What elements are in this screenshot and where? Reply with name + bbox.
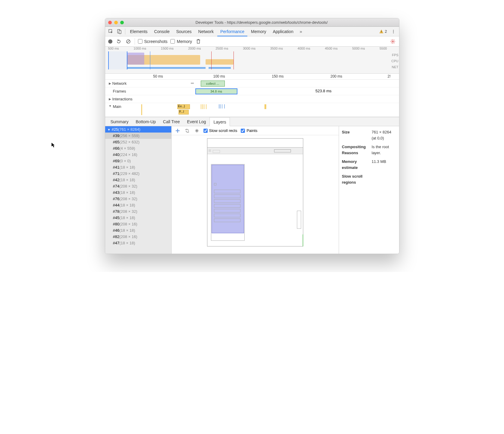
tab-elements[interactable]: Elements	[127, 27, 151, 36]
memory-checkbox[interactable]: Memory	[170, 39, 192, 44]
layer-canvas[interactable]	[172, 135, 339, 254]
window-title: Developer Tools - https://developers.goo…	[127, 20, 396, 25]
layer-item[interactable]: #43(18 × 18)	[105, 189, 171, 196]
overview-tick: 4000 ms	[298, 47, 310, 51]
subtab-bottom-up[interactable]: Bottom-Up	[132, 117, 159, 126]
settings-gear-icon[interactable]	[389, 38, 396, 45]
tab-application[interactable]: Application	[270, 27, 297, 36]
overview-timeline[interactable]: 500 ms1000 ms1500 ms2000 ms2500 ms3000 m…	[105, 47, 399, 74]
overview-tick: 2000 ms	[188, 47, 201, 51]
overview-row-label: NET	[391, 64, 398, 70]
interactions-label: Interactions	[112, 97, 133, 101]
layer-item[interactable]: #39(256 × 559)	[105, 133, 171, 139]
reload-button[interactable]	[115, 38, 122, 45]
overview-tick: 2500 ms	[215, 47, 228, 51]
layer-toolbar: Slow scroll rects Paints	[172, 126, 339, 135]
tab-console[interactable]: Console	[151, 27, 173, 36]
slow-scroll-rects-checkbox[interactable]: Slow scroll rects	[203, 128, 237, 133]
layer-item[interactable]: #66(4 × 559)	[105, 145, 171, 151]
inspect-element-icon[interactable]	[107, 28, 115, 35]
overview-row-label: FPS	[391, 52, 398, 58]
zoom-window-button[interactable]	[120, 21, 124, 24]
overview-tick: 5000 ms	[352, 47, 365, 51]
subtab-summary[interactable]: Summary	[107, 117, 132, 126]
frame-bar-selected[interactable]: 34.8 ms	[195, 88, 237, 94]
warning-badge[interactable]: 2	[379, 29, 387, 34]
detail-size-key: Size	[342, 129, 371, 141]
main-label: Main	[113, 104, 121, 109]
frames-track[interactable]: Frames 34.8 ms 523.8 ms	[105, 87, 399, 95]
overview-tick: 3500 ms	[270, 47, 283, 51]
network-track[interactable]: ▶Network collect ...	[105, 80, 399, 87]
layer-item[interactable]: #78(208 × 32)	[105, 208, 171, 215]
subtab-event-log[interactable]: Event Log	[183, 117, 209, 126]
flame-event[interactable]: Ev...)	[177, 104, 190, 109]
svg-point-5	[393, 30, 393, 30]
kebab-menu-icon[interactable]	[389, 28, 397, 35]
screenshots-label: Screenshots	[144, 39, 168, 44]
subtab-layers[interactable]: Layers	[209, 117, 230, 126]
minimize-window-button[interactable]	[114, 21, 118, 24]
layer-item[interactable]: #80(208 × 16)	[105, 221, 171, 227]
layer-item[interactable]: #47(18 × 18)	[105, 240, 171, 246]
tab-memory[interactable]: Memory	[248, 27, 269, 36]
svg-point-10	[392, 41, 393, 42]
layer-item[interactable]: #74(208 × 32)	[105, 183, 171, 189]
svg-line-17	[391, 42, 392, 43]
layer-item[interactable]: #42(18 × 18)	[105, 177, 171, 183]
record-button[interactable]	[108, 39, 112, 44]
svg-point-7	[393, 32, 393, 33]
flame-function[interactable]: F...l	[179, 110, 189, 115]
tabbar-divider	[125, 29, 125, 35]
ruler-tick: 150 ms	[272, 74, 284, 78]
screenshots-checkbox[interactable]: Screenshots	[138, 39, 168, 44]
layer-item[interactable]: #44(18 × 18)	[105, 202, 171, 208]
frames-label: Frames	[113, 89, 126, 93]
svg-line-18	[394, 40, 394, 40]
close-window-button[interactable]	[108, 21, 112, 24]
paints-checkbox[interactable]: Paints	[241, 128, 257, 133]
network-bar[interactable]: collect ...	[201, 81, 225, 87]
more-tabs-chevron-icon[interactable]: »	[297, 28, 305, 35]
ruler-tick: 200 ms	[331, 74, 342, 78]
toolbar-divider	[135, 38, 135, 45]
layer-item[interactable]: #69(0 × 0)	[105, 158, 171, 164]
rotate-icon[interactable]	[184, 128, 190, 134]
interactions-track[interactable]: ▶Interactions	[105, 95, 399, 103]
layer-item[interactable]: ▼#25(761 × 8264)	[105, 126, 171, 133]
detail-timeline: 50 ms100 ms150 ms200 ms2! ▶Network colle…	[105, 74, 399, 117]
subtab-call-tree[interactable]: Call Tree	[159, 117, 183, 126]
layer-item[interactable]: #76(208 × 32)	[105, 196, 171, 202]
layer-item[interactable]: #65(252 × 632)	[105, 139, 171, 145]
frame-duration-text: 523.8 ms	[316, 89, 331, 93]
timeline-ruler[interactable]: 50 ms100 ms150 ms200 ms2!	[105, 74, 399, 80]
tab-sources[interactable]: Sources	[173, 27, 194, 36]
detail-subtabs: SummaryBottom-UpCall TreeEvent LogLayers	[105, 117, 399, 126]
ruler-tick: 100 ms	[213, 74, 225, 78]
reset-view-icon[interactable]	[194, 128, 200, 134]
layer-item[interactable]: #71(229 × 482)	[105, 170, 171, 177]
device-mode-icon[interactable]	[115, 28, 123, 35]
pan-icon[interactable]	[175, 128, 181, 134]
layer-item[interactable]: #45(18 × 18)	[105, 215, 171, 221]
layer-item[interactable]: #41(18 × 18)	[105, 164, 171, 170]
layer-viewport: Slow scroll rects Paints	[171, 126, 339, 254]
overview-tick: 3000 ms	[243, 47, 255, 51]
layer-item[interactable]: #82(208 × 16)	[105, 234, 171, 240]
layer-list: ▼#25(761 × 8264)#39(256 × 559)#65(252 × …	[105, 126, 171, 254]
layer-item[interactable]: #40(224 × 16)	[105, 151, 171, 158]
clear-button[interactable]	[125, 38, 132, 45]
devtools-window: Developer Tools - https://developers.goo…	[105, 18, 399, 254]
trash-icon[interactable]	[195, 38, 202, 45]
detail-slowscroll-key: Slow scroll regions	[342, 173, 371, 185]
tab-performance[interactable]: Performance	[217, 27, 247, 36]
svg-point-19	[196, 130, 197, 131]
detail-compositing-value: Is the root layer.	[372, 144, 396, 156]
main-track[interactable]: ▼Main Ev...) F...l	[105, 103, 399, 117]
layer-item[interactable]: #46(18 × 18)	[105, 227, 171, 234]
layer-detail-panel: Size761 × 8264 (at 0,0) Compositing Reas…	[339, 126, 399, 254]
ruler-tick: 2!	[388, 74, 391, 78]
svg-rect-3	[381, 31, 382, 32]
detail-size-value: 761 × 8264 (at 0,0)	[372, 129, 396, 141]
tab-network[interactable]: Network	[195, 27, 217, 36]
